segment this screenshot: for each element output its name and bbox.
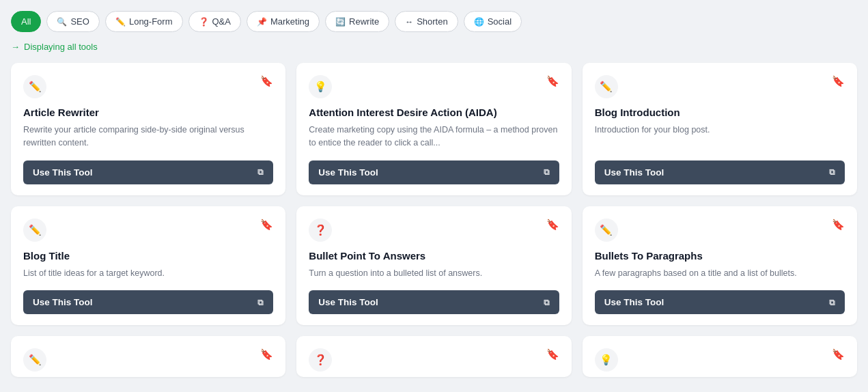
use-tool-label-bullets-to-paragraphs: Use This Tool <box>604 297 664 307</box>
rewrite-filter-icon: 🔄 <box>335 17 346 27</box>
filter-label-all: All <box>21 16 31 27</box>
pencil-icon: ✏️ <box>23 348 46 372</box>
bookmark-icon-aida[interactable]: 🔖 <box>546 75 559 87</box>
filter-btn-social[interactable]: 🌐Social <box>464 11 522 32</box>
external-link-icon-blog-intro: ⧉ <box>829 167 835 177</box>
filter-label-shorten: Shorten <box>417 16 448 27</box>
bookmark-icon-bullets-to-paragraphs[interactable]: 🔖 <box>832 219 845 231</box>
card-header-card7: ✏️ 🔖 <box>23 348 273 372</box>
use-tool-button-article-rewriter[interactable]: Use This Tool ⧉ <box>23 160 273 184</box>
card-header-blog-title: ✏️ 🔖 <box>23 219 273 242</box>
card-aida: 💡 🔖 Attention Interest Desire Action (AI… <box>296 63 571 195</box>
pencil-icon: ✏️ <box>595 219 618 242</box>
use-tool-label-aida: Use This Tool <box>318 167 378 178</box>
use-tool-label-blog-intro: Use This Tool <box>604 167 664 178</box>
card-card7: ✏️ 🔖 <box>11 336 285 377</box>
external-link-icon-blog-title: ⧉ <box>257 298 264 307</box>
use-tool-label-bullet-point-answers: Use This Tool <box>318 297 378 307</box>
card-blog-title: ✏️ 🔖 Blog Title List of title ideas for … <box>11 206 285 326</box>
marketing-filter-icon: 📌 <box>257 17 267 27</box>
bookmark-icon-card7[interactable]: 🔖 <box>260 348 273 361</box>
filter-label-long-form: Long-Form <box>129 16 173 27</box>
card-description-blog-title: List of title ideas for a target keyword… <box>23 267 273 280</box>
card-header-card8: ❓ 🔖 <box>309 348 559 372</box>
external-link-icon-bullet-point-answers: ⧉ <box>544 298 550 307</box>
displaying-label: → Displaying all tools <box>11 42 857 52</box>
card-description-aida: Create marketing copy using the AIDA for… <box>309 124 559 150</box>
filter-bar: All🔍SEO✏️Long-Form❓Q&A📌Marketing🔄Rewrite… <box>11 11 857 32</box>
card-header-bullets-to-paragraphs: ✏️ 🔖 <box>595 219 845 242</box>
filter-label-social: Social <box>488 16 512 27</box>
use-tool-label-blog-title: Use This Tool <box>33 297 93 307</box>
card-header-aida: 💡 🔖 <box>309 75 559 98</box>
card-title-bullets-to-paragraphs: Bullets To Paragraphs <box>595 250 845 262</box>
pencil-icon: ✏️ <box>595 75 618 98</box>
filter-btn-shorten[interactable]: ↔️Shorten <box>395 11 458 32</box>
bookmark-icon-article-rewriter[interactable]: 🔖 <box>260 75 273 87</box>
external-link-icon-article-rewriter: ⧉ <box>257 167 264 177</box>
use-tool-button-aida[interactable]: Use This Tool ⧉ <box>309 160 559 184</box>
filter-btn-all[interactable]: All <box>11 11 41 32</box>
card-article-rewriter: ✏️ 🔖 Article Rewriter Rewrite your artic… <box>11 63 285 195</box>
card-title-blog-title: Blog Title <box>23 250 273 262</box>
card-card9: 💡 🔖 <box>583 336 857 377</box>
bookmark-icon-card9[interactable]: 🔖 <box>832 348 845 361</box>
shorten-filter-icon: ↔️ <box>405 17 413 27</box>
filter-label-rewrite: Rewrite <box>349 16 379 27</box>
card-description-article-rewriter: Rewrite your article comparing side-by-s… <box>23 124 273 150</box>
card-title-bullet-point-answers: Bullet Point To Answers <box>309 250 559 262</box>
card-header-bullet-point-answers: ❓ 🔖 <box>309 219 559 242</box>
card-bullet-point-answers: ❓ 🔖 Bullet Point To Answers Turn a quest… <box>296 206 571 326</box>
card-title-article-rewriter: Article Rewriter <box>23 107 273 118</box>
bulb-icon: 💡 <box>309 75 332 98</box>
filter-btn-seo[interactable]: 🔍SEO <box>46 11 99 32</box>
filter-btn-qna[interactable]: ❓Q&A <box>188 11 241 32</box>
use-tool-button-bullet-point-answers[interactable]: Use This Tool ⧉ <box>309 290 559 314</box>
use-tool-button-blog-intro[interactable]: Use This Tool ⧉ <box>595 160 845 184</box>
long-form-filter-icon: ✏️ <box>115 17 126 27</box>
external-link-icon-bullets-to-paragraphs: ⧉ <box>829 298 835 307</box>
social-filter-icon: 🌐 <box>474 17 484 27</box>
bookmark-icon-bullet-point-answers[interactable]: 🔖 <box>546 219 559 231</box>
use-tool-label-article-rewriter: Use This Tool <box>33 167 93 178</box>
bookmark-icon-blog-intro[interactable]: 🔖 <box>832 75 845 87</box>
filter-btn-marketing[interactable]: 📌Marketing <box>247 11 320 32</box>
external-link-icon-aida: ⧉ <box>544 167 550 177</box>
card-blog-intro: ✏️ 🔖 Blog Introduction Introduction for … <box>583 63 857 195</box>
question-icon: ❓ <box>309 219 332 242</box>
card-description-blog-intro: Introduction for your blog post. <box>595 124 845 150</box>
bulb-icon: 💡 <box>595 348 618 372</box>
filter-btn-rewrite[interactable]: 🔄Rewrite <box>325 11 389 32</box>
card-header-article-rewriter: ✏️ 🔖 <box>23 75 273 98</box>
card-card8: ❓ 🔖 <box>296 336 571 377</box>
qna-filter-icon: ❓ <box>199 17 209 27</box>
card-header-blog-intro: ✏️ 🔖 <box>595 75 845 98</box>
cards-grid: ✏️ 🔖 Article Rewriter Rewrite your artic… <box>11 63 857 377</box>
filter-label-marketing: Marketing <box>270 16 309 27</box>
card-description-bullet-point-answers: Turn a question into a bulleted list of … <box>309 267 559 280</box>
filter-label-qna: Q&A <box>212 16 231 27</box>
card-title-blog-intro: Blog Introduction <box>595 107 845 118</box>
pencil-icon: ✏️ <box>23 75 46 98</box>
use-tool-button-blog-title[interactable]: Use This Tool ⧉ <box>23 290 273 314</box>
arrow-right-icon: → <box>11 42 20 52</box>
use-tool-button-bullets-to-paragraphs[interactable]: Use This Tool ⧉ <box>595 290 845 314</box>
question-icon: ❓ <box>309 348 332 372</box>
card-header-card9: 💡 🔖 <box>595 348 845 372</box>
filter-btn-long-form[interactable]: ✏️Long-Form <box>105 11 183 32</box>
filter-label-seo: SEO <box>70 16 89 27</box>
seo-filter-icon: 🔍 <box>57 17 67 27</box>
card-bullets-to-paragraphs: ✏️ 🔖 Bullets To Paragraphs A few paragra… <box>583 206 857 326</box>
card-title-aida: Attention Interest Desire Action (AIDA) <box>309 107 559 118</box>
bookmark-icon-blog-title[interactable]: 🔖 <box>260 219 273 231</box>
bookmark-icon-card8[interactable]: 🔖 <box>546 348 559 361</box>
pencil-icon: ✏️ <box>23 219 46 242</box>
card-description-bullets-to-paragraphs: A few paragraphs based on a title and a … <box>595 267 845 280</box>
